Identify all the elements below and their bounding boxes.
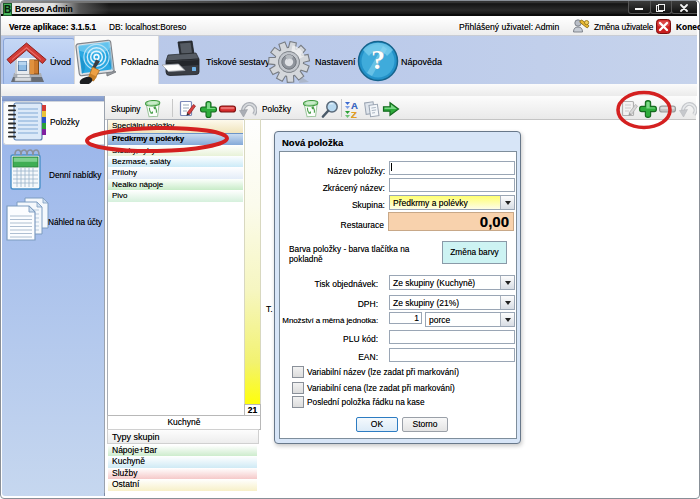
svg-text:Z: Z xyxy=(351,109,357,118)
svg-text:?: ? xyxy=(371,44,385,75)
